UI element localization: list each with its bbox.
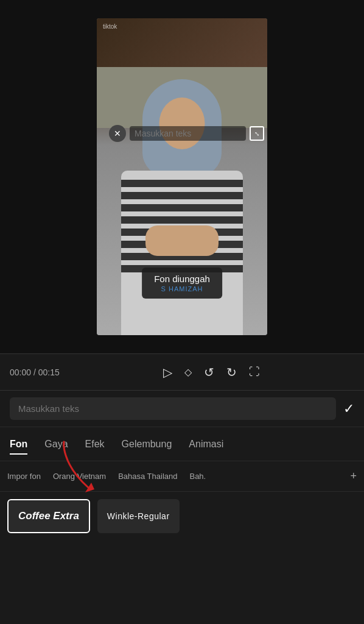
time-separator: / <box>33 367 38 377</box>
font-card-winkle[interactable]: Winkle-Regular <box>97 499 180 533</box>
toast-watermark: S HAMIZAH <box>154 285 210 292</box>
tab-efek[interactable]: Efek <box>85 436 105 452</box>
keyframe-button[interactable]: ◇ <box>184 366 192 378</box>
tab-gaya[interactable]: Gaya <box>44 436 68 452</box>
font-source-row: Impor fon Orang Vietnam Bahasa Thailand … <box>0 461 364 491</box>
video-frame: tiktok ✕ ⤡ Fon diunggah S HAMIZAH <box>97 18 267 335</box>
hands <box>145 225 219 256</box>
tab-bar: Fon Gaya Efek Gelembung Animasi <box>0 427 364 461</box>
font-cards-row: Coffee Extra Winkle-Regular <box>0 491 364 540</box>
font-source-impor[interactable]: Impor fon <box>7 472 41 481</box>
redo-button[interactable]: ↻ <box>226 365 237 380</box>
resize-icon[interactable]: ⤡ <box>250 126 264 141</box>
bottom-space <box>0 540 364 612</box>
font-card-winkle-label: Winkle-Regular <box>107 511 170 521</box>
video-text-field[interactable] <box>130 126 246 141</box>
play-button[interactable]: ▷ <box>163 365 172 380</box>
time-display: 00:00 / 00:15 <box>10 367 60 377</box>
text-bar-input[interactable] <box>10 397 336 420</box>
font-card-coffee-label: Coffee Extra <box>18 510 79 522</box>
playback-controls: ▷ ◇ ↺ ↻ ⛶ <box>69 365 354 380</box>
close-text-button[interactable]: ✕ <box>109 125 126 142</box>
font-source-thailand[interactable]: Bahasa Thailand <box>118 472 177 481</box>
font-source-add-button[interactable]: + <box>350 470 357 483</box>
controls-bar: 00:00 / 00:15 ▷ ◇ ↺ ↻ ⛶ <box>0 353 364 390</box>
current-time: 00:00 <box>10 367 31 377</box>
font-card-coffee[interactable]: Coffee Extra <box>7 499 90 533</box>
font-source-bah[interactable]: Bah. <box>189 472 206 481</box>
confirm-button[interactable]: ✓ <box>343 401 354 417</box>
fullscreen-button[interactable]: ⛶ <box>249 366 260 378</box>
tab-fon[interactable]: Fon <box>10 436 27 452</box>
undo-button[interactable]: ↺ <box>204 365 214 380</box>
tiktok-logo: tiktok <box>103 23 117 30</box>
font-source-vietnam[interactable]: Orang Vietnam <box>53 472 106 481</box>
toast-text: Fon diunggah <box>154 274 210 284</box>
total-time: 00:15 <box>38 367 60 377</box>
video-text-input-overlay: ✕ ⤡ <box>109 125 255 142</box>
text-input-bar: ✓ <box>0 390 364 427</box>
video-container: tiktok ✕ ⤡ Fon diunggah S HAMIZAH <box>0 0 364 353</box>
toast-notification: Fon diunggah S HAMIZAH <box>142 268 222 299</box>
tab-gelembung[interactable]: Gelembung <box>122 436 172 452</box>
tab-animasi[interactable]: Animasi <box>189 436 223 452</box>
